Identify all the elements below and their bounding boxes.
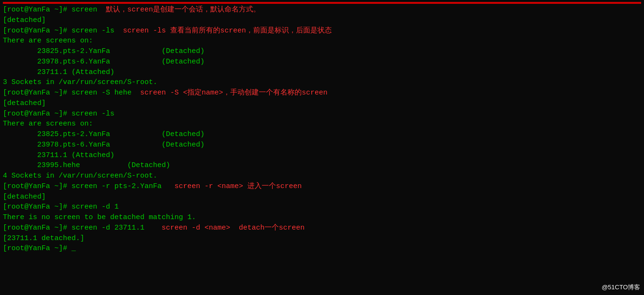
terminal-line: [root@YanFa ~]# screen 默认，screen是创建一个会话，…: [3, 5, 641, 15]
terminal-text: [detached]: [3, 192, 46, 202]
terminal-text: [root@YanFa ~]# screen -d 23711.1: [3, 223, 162, 233]
terminal-text: 23978.pts-6.YanFa (Detached): [3, 140, 204, 150]
terminal-text: 23978.pts-6.YanFa (Detached): [3, 57, 204, 67]
terminal-line: [detached]: [3, 98, 641, 109]
terminal-line: [detached]: [3, 192, 641, 202]
terminal-line: 23978.pts-6.YanFa (Detached): [3, 140, 641, 150]
terminal-text: [root@YanFa ~]# screen -ls: [3, 26, 123, 36]
terminal-line: 23825.pts-2.YanFa (Detached): [3, 46, 641, 57]
terminal-line: [root@YanFa ~]# screen -S hehe screen -S…: [3, 88, 641, 98]
terminal-line: 23825.pts-2.YanFa (Detached): [3, 129, 641, 140]
terminal-text: [root@YanFa ~]# screen -ls: [3, 109, 114, 119]
terminal-text: 4 Sockets in /var/run/screen/S-root.: [3, 171, 157, 181]
terminal-line: [root@YanFa ~]# screen -d 1: [3, 202, 641, 212]
terminal-text: [detached]: [3, 15, 46, 26]
terminal-line: 3 Sockets in /var/run/screen/S-root.: [3, 77, 641, 88]
terminal-text: 默认，screen是创建一个会话，默认命名方式。: [106, 5, 260, 15]
terminal-text: [root@YanFa ~]# screen: [3, 5, 106, 15]
terminal-text: screen -r <name> 进入一个screen: [174, 181, 302, 192]
terminal-line: 23995.hehe (Detached): [3, 160, 641, 171]
terminal-text: 23825.pts-2.YanFa (Detached): [3, 46, 204, 57]
terminal: [root@YanFa ~]# screen 默认，screen是创建一个会话，…: [0, 0, 644, 295]
terminal-content: [root@YanFa ~]# screen 默认，screen是创建一个会话，…: [3, 5, 641, 254]
terminal-line: There are screens on:: [3, 119, 641, 129]
terminal-line: 23711.1 (Attached): [3, 67, 641, 78]
terminal-text: 23711.1 (Attached): [3, 67, 114, 78]
terminal-text: 23995.hehe (Detached): [3, 160, 170, 171]
terminal-line: [root@YanFa ~]# screen -ls: [3, 109, 641, 119]
terminal-line: 23711.1 (Attached): [3, 150, 641, 161]
terminal-text: screen -S <指定name>，手动创建一个有名称的screen: [140, 88, 327, 98]
terminal-text: [root@YanFa ~]# screen -r pts-2.YanFa: [3, 181, 174, 192]
terminal-line: There are screens on:: [3, 36, 641, 46]
terminal-text: There are screens on:: [3, 119, 93, 129]
terminal-line: [root@YanFa ~]# screen -ls screen -ls 查看…: [3, 26, 641, 36]
terminal-text: screen -ls 查看当前所有的screen，前面是标识，后面是状态: [123, 26, 332, 36]
terminal-text: There are screens on:: [3, 36, 93, 46]
terminal-line: [root@YanFa ~]# screen -r pts-2.YanFa sc…: [3, 181, 641, 192]
terminal-line: [23711.1 detached.]: [3, 233, 641, 244]
terminal-text: There is no screen to be detached matchi…: [3, 212, 196, 223]
top-bar: [3, 2, 641, 4]
terminal-text: [root@YanFa ~]# screen -S hehe: [3, 88, 140, 98]
watermark: @51CTO博客: [602, 283, 640, 292]
terminal-text: 23711.1 (Attached): [3, 150, 114, 161]
terminal-line: There is no screen to be detached matchi…: [3, 212, 641, 223]
terminal-line: [detached]: [3, 15, 641, 26]
terminal-text: [root@YanFa ~]# screen -d 1: [3, 202, 119, 212]
terminal-text: [23711.1 detached.]: [3, 233, 84, 244]
terminal-line: [root@YanFa ~]# screen -d 23711.1 screen…: [3, 223, 641, 233]
terminal-line: 4 Sockets in /var/run/screen/S-root.: [3, 171, 641, 181]
terminal-text: 23825.pts-2.YanFa (Detached): [3, 129, 204, 140]
terminal-line: [root@YanFa ~]# _: [3, 243, 641, 254]
terminal-text: [root@YanFa ~]# _: [3, 243, 76, 254]
terminal-text: screen -d <name> detach一个screen: [162, 223, 305, 233]
terminal-line: 23978.pts-6.YanFa (Detached): [3, 57, 641, 67]
terminal-text: [detached]: [3, 98, 46, 109]
terminal-text: 3 Sockets in /var/run/screen/S-root.: [3, 77, 157, 88]
